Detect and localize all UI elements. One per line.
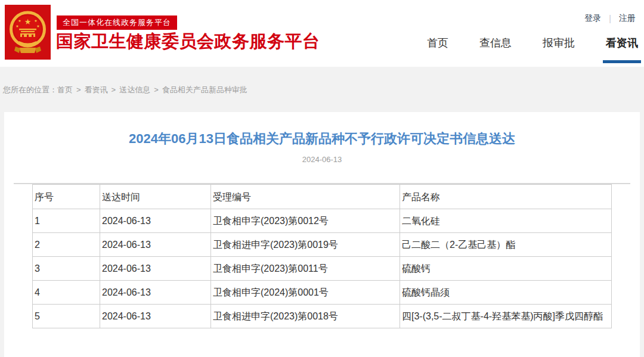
breadcrumb-item-news[interactable]: 看资讯 xyxy=(85,85,108,94)
breadcrumb-separator: > xyxy=(112,85,116,94)
main-nav: 首页 查信息 报审批 看资讯 xyxy=(427,36,638,50)
login-link[interactable]: 登录 xyxy=(584,13,601,24)
column-header-product-name: 产品名称 xyxy=(400,185,612,209)
cell-delivery-date: 2024-06-13 xyxy=(100,281,211,305)
cell-product-name: 二氧化硅 xyxy=(400,209,612,233)
cell-product-name: 硫酸钙 xyxy=(400,257,612,281)
cell-seq: 3 xyxy=(33,257,100,281)
cell-acceptance-no: 卫食相进申字(2023)第0018号 xyxy=(211,305,400,328)
cell-product-name: 硫酸钙晶须 xyxy=(400,281,612,305)
breadcrumb: 您所在的位置：首页>看资讯>送达信息>食品相关产品新品种审批 xyxy=(3,85,247,95)
nav-tab-query-info[interactable]: 查信息 xyxy=(479,36,512,50)
cell-product-name: 四[3-(3,5-二叔丁基-4-羟基苯基)丙酸]季戊四醇酯 xyxy=(400,305,612,328)
cell-acceptance-no: 卫食相申字(2023)第0011号 xyxy=(211,257,400,281)
content-card: 2024年06月13日食品相关产品新品种不予行政许可决定书信息送达 2024-0… xyxy=(4,112,640,357)
table-row: 4 2024-06-13 卫食相申字(2024)第0001号 硫酸钙晶须 xyxy=(33,281,612,305)
cell-acceptance-no: 卫食相申字(2024)第0001号 xyxy=(211,281,400,305)
notice-table-wrapper: 序号 送达时间 受理编号 产品名称 1 2024-06-13 卫食相申字(202… xyxy=(14,183,630,328)
svg-text:★: ★ xyxy=(18,19,21,23)
svg-text:★: ★ xyxy=(34,19,37,23)
cell-seq: 2 xyxy=(33,233,100,257)
cell-seq: 5 xyxy=(33,305,100,328)
column-header-delivery-date: 送达时间 xyxy=(100,185,211,209)
column-header-acceptance-no: 受理编号 xyxy=(211,185,400,209)
site-header: ★ ★ ★ ★ ★ 全国一体化在线政务服务平台 国家卫生健康委员会政务服务平台 … xyxy=(0,0,644,67)
cell-seq: 1 xyxy=(33,209,100,233)
breadcrumb-item-delivery-info[interactable]: 送达信息 xyxy=(119,85,150,94)
table-header-row: 序号 送达时间 受理编号 产品名称 xyxy=(33,185,612,209)
cell-seq: 4 xyxy=(33,281,100,305)
svg-text:★: ★ xyxy=(36,24,39,28)
cell-product-name: 己二酸二（2-乙基己基）酯 xyxy=(400,233,612,257)
nav-tab-home[interactable]: 首页 xyxy=(427,36,448,50)
breadcrumb-item-home[interactable]: 首页 xyxy=(57,85,73,94)
nav-tab-news[interactable]: 看资讯 xyxy=(606,36,638,50)
cell-acceptance-no: 卫食相申字(2023)第0012号 xyxy=(211,209,400,233)
nav-tab-report-approval[interactable]: 报审批 xyxy=(543,36,575,50)
cell-delivery-date: 2024-06-13 xyxy=(100,209,211,233)
cell-delivery-date: 2024-06-13 xyxy=(100,305,211,328)
table-row: 5 2024-06-13 卫食相进申字(2023)第0018号 四[3-(3,5… xyxy=(33,305,612,328)
table-row: 2 2024-06-13 卫食相进申字(2023)第0019号 己二酸二（2-乙… xyxy=(33,233,612,257)
cell-delivery-date: 2024-06-13 xyxy=(100,233,211,257)
svg-text:★: ★ xyxy=(16,24,18,28)
page: ★ ★ ★ ★ ★ 全国一体化在线政务服务平台 国家卫生健康委员会政务服务平台 … xyxy=(0,0,644,357)
svg-text:★: ★ xyxy=(24,17,32,26)
article-date: 2024-06-13 xyxy=(4,155,640,164)
site-title: 国家卫生健康委员会政务服务平台 xyxy=(56,30,320,54)
table-row: 1 2024-06-13 卫食相申字(2023)第0012号 二氧化硅 xyxy=(33,209,612,233)
platform-banner: 全国一体化在线政务服务平台 xyxy=(57,15,177,30)
auth-links: 登录 | 注册 xyxy=(584,13,636,24)
breadcrumb-prefix: 您所在的位置： xyxy=(3,85,57,94)
auth-divider: | xyxy=(609,14,611,23)
breadcrumb-item-food-product-approval[interactable]: 食品相关产品新品种审批 xyxy=(162,85,247,94)
article-title: 2024年06月13日食品相关产品新品种不予行政许可决定书信息送达 xyxy=(40,130,604,148)
notice-table: 序号 送达时间 受理编号 产品名称 1 2024-06-13 卫食相申字(202… xyxy=(32,184,612,328)
register-link[interactable]: 注册 xyxy=(619,13,636,24)
table-row: 3 2024-06-13 卫食相申字(2023)第0011号 硫酸钙 xyxy=(33,257,612,281)
column-header-seq: 序号 xyxy=(33,185,100,209)
breadcrumb-separator: > xyxy=(76,85,81,94)
breadcrumb-separator: > xyxy=(154,85,159,94)
national-emblem-icon[interactable]: ★ ★ ★ ★ ★ xyxy=(5,5,51,60)
cell-delivery-date: 2024-06-13 xyxy=(100,257,211,281)
cell-acceptance-no: 卫食相进申字(2023)第0019号 xyxy=(211,233,400,257)
page-body: 您所在的位置：首页>看资讯>送达信息>食品相关产品新品种审批 2024年06月1… xyxy=(0,67,644,357)
